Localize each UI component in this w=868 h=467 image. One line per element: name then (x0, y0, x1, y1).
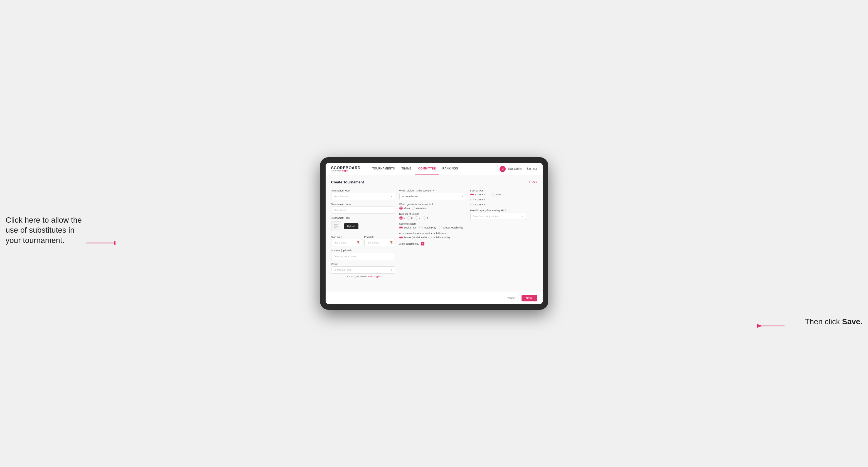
rounds-label: Number of rounds (399, 213, 466, 215)
substitutes-row[interactable]: Allow substitutes? (399, 242, 466, 246)
event-individuals[interactable]: Individuals Only (428, 236, 451, 239)
scoring-stroke-radio[interactable] (399, 226, 403, 229)
substitutes-group: Allow substitutes? (399, 242, 466, 246)
end-date-group: End date Pick a date 📅 (364, 234, 395, 246)
format-5count4[interactable]: 5 count 4 (470, 193, 485, 196)
tournament-name-field[interactable] (334, 209, 393, 212)
event-individuals-radio[interactable] (428, 236, 432, 239)
scoring-stroke-label: Stroke Play (404, 226, 416, 229)
format-options: 5 count 4 Other 6 count 4 (470, 193, 526, 206)
venue-field[interactable] (334, 269, 391, 271)
end-date-input[interactable]: Pick a date 📅 (364, 239, 395, 246)
logo-title: SCOREBOARD (331, 166, 361, 170)
nav-bar: SCOREBOARD Powered by clippd TOURNAMENTS… (326, 163, 543, 175)
save-button[interactable]: Save (522, 295, 537, 302)
division-label: Which division is the event for? (399, 189, 466, 192)
gender-options: Mens Womens (399, 207, 466, 210)
round-2-radio[interactable] (407, 216, 410, 220)
format-6count4-radio[interactable] (470, 198, 474, 201)
svg-point-3 (335, 225, 336, 226)
round-4[interactable]: 4 (423, 216, 428, 220)
event-type-options: Teams (+Individuals) Individuals Only (399, 236, 466, 239)
venue-input[interactable]: ▼ (331, 266, 395, 274)
format-6count4[interactable]: 6 count 4 (470, 198, 526, 201)
page-header: Create Tournament < Back (331, 180, 537, 184)
nav-teams[interactable]: TEAMS (398, 163, 415, 175)
start-date-label: Start date (331, 236, 342, 239)
sponsor-field[interactable] (334, 255, 393, 258)
rounds-options: 1 2 3 4 (399, 216, 466, 220)
sponsor-input[interactable] (331, 253, 395, 260)
rounds-group: Number of rounds 1 2 (399, 213, 466, 220)
round-1-label: 1 (404, 217, 405, 219)
image-icon (334, 224, 339, 229)
format-6count5-radio[interactable] (470, 203, 474, 206)
round-2-label: 2 (411, 217, 413, 219)
gender-mens-label: Mens (404, 207, 410, 210)
venue-note: Can't find your venue? email support (331, 275, 395, 278)
sign-out-link[interactable]: Sign out (527, 167, 537, 170)
tournament-name-input[interactable] (331, 207, 395, 214)
start-date-input[interactable]: Pick a date 📅 (331, 239, 362, 246)
nav-committee[interactable]: COMMITTEE (415, 163, 439, 175)
division-select[interactable]: NCAA Division I ▼ (399, 193, 466, 200)
event-type-label: Is this event for Teams and/or Individua… (399, 232, 466, 235)
tournament-host-input[interactable]: ▼ (331, 193, 395, 200)
gender-mens[interactable]: Mens (399, 207, 410, 210)
scoring-api-select[interactable]: Select a scoring service ▼ (470, 213, 526, 220)
logo-placeholder (331, 221, 341, 231)
format-other[interactable]: Other (491, 193, 501, 196)
tournament-host-field[interactable] (334, 195, 391, 198)
round-2[interactable]: 2 (407, 216, 413, 220)
date-row: Start date Pick a date 📅 End date Pick a… (331, 234, 395, 246)
event-individuals-label: Individuals Only (433, 236, 451, 239)
start-date-group: Start date Pick a date 📅 (331, 234, 362, 246)
upload-button[interactable]: Upload (344, 223, 359, 229)
tournament-name-group: Tournament name (331, 203, 395, 214)
round-4-radio[interactable] (423, 216, 426, 220)
tournament-logo-group: Tournament logo Upload (331, 217, 395, 231)
annotation-right: Then click Save. (805, 317, 862, 327)
nav-rankings[interactable]: RANKINGS (439, 163, 461, 175)
format-type-label: Format type (470, 189, 526, 192)
scoring-api-group: Use third-party live scoring API? Select… (470, 209, 526, 220)
back-button[interactable]: < Back (528, 181, 537, 184)
format-6count5-label: 6 count 5 (475, 203, 485, 206)
scoring-api-dropdown-icon: ▼ (521, 215, 524, 218)
nav-tournaments[interactable]: TOURNAMENTS (369, 163, 398, 175)
gender-womens[interactable]: Womens (412, 207, 426, 210)
scoring-medal-radio[interactable] (439, 226, 442, 229)
start-calendar-icon: 📅 (356, 241, 360, 244)
scoring-medal-match[interactable]: Medal Match Play (439, 226, 463, 229)
format-other-radio[interactable] (491, 193, 494, 196)
format-5count4-radio[interactable] (470, 193, 474, 196)
format-6count5[interactable]: 6 count 5 (470, 203, 526, 206)
page-content: Create Tournament < Back Tournament Host… (326, 175, 543, 292)
round-3-radio[interactable] (415, 216, 418, 220)
round-1[interactable]: 1 (399, 216, 405, 220)
scoring-match-play[interactable]: Match Play (420, 226, 436, 229)
scoring-stroke-play[interactable]: Stroke Play (399, 226, 416, 229)
round-3[interactable]: 3 (415, 216, 421, 220)
gender-mens-radio[interactable] (399, 207, 403, 210)
email-support-link[interactable]: email support (368, 275, 381, 278)
event-teams-label: Teams (+Individuals) (404, 236, 427, 239)
form-middle-section: Which division is the event for? NCAA Di… (399, 189, 466, 278)
user-avatar: B (500, 166, 506, 172)
user-name: blair admin (508, 167, 522, 170)
gender-womens-radio[interactable] (412, 207, 415, 210)
substitutes-checkbox[interactable] (421, 242, 425, 246)
annotation-left: Click here to allow the use of substitut… (6, 215, 84, 246)
scoring-options: Stroke Play Match Play Medal Match Play (399, 226, 466, 229)
gender-label: Which gender is the event for? (399, 203, 466, 206)
logo-brand: clippd (342, 170, 348, 172)
tournament-name-label: Tournament name (331, 203, 395, 206)
format-row-1: 5 count 4 Other (470, 193, 526, 196)
event-teams-radio[interactable] (399, 236, 403, 239)
event-teams[interactable]: Teams (+Individuals) (399, 236, 427, 239)
round-1-radio[interactable] (399, 216, 403, 220)
scoring-match-label: Match Play (424, 226, 436, 229)
scoring-label: Scoring system (399, 222, 466, 225)
cancel-button[interactable]: Cancel (503, 295, 519, 302)
scoring-match-radio[interactable] (420, 226, 423, 229)
